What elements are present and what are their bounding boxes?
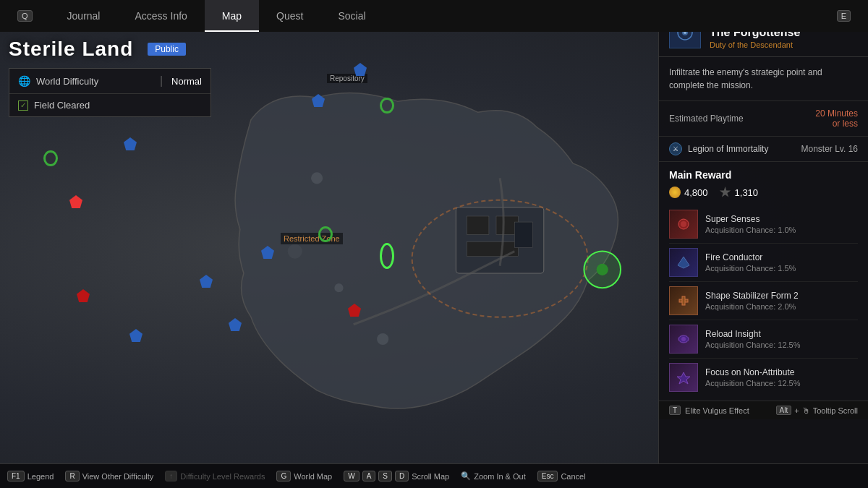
svg-point-17 [681,221,686,227]
reward-item-1[interactable]: Fire Conductor Acquisition Chance: 1.5% [669,244,858,282]
zoom-icon: 🔍 [461,471,471,481]
zoom-hint: 🔍 Zoom In & Out [461,471,526,481]
field-cleared-label: Field Cleared [34,100,202,111]
cancel-hint[interactable]: Esc Cancel [537,471,586,481]
svg-point-6 [311,172,323,184]
r-key: R [65,471,79,481]
faction-info: ⚔ Legion of Immortality [669,142,768,155]
marker-9[interactable] [199,274,213,288]
marker-7[interactable] [318,227,333,241]
filter-panel: 🌐 World Difficulty | Normal ✓ Field Clea… [9,68,211,117]
svg-rect-1 [467,216,489,234]
g-key: G [276,471,291,481]
journal-label: Journal [67,10,101,22]
reward-item-chance-3: Acquisition Chance: 12.5% [705,341,800,349]
view-difficulty-label: View Other Difficulty [82,472,154,481]
reward-item-name-2: Shape Stabilizer Form 2 [705,291,799,301]
marker-3[interactable] [380,98,394,113]
svg-point-22 [681,337,686,341]
nav-journal[interactable]: Journal [50,0,118,32]
scroll-map-hint: W A S D Scroll Map [344,471,449,481]
svg-marker-18 [678,257,689,268]
reward-currency-row: 4,800 1,310 [669,187,858,198]
esc-key: Esc [537,471,558,481]
nav-map[interactable]: Map [205,0,259,32]
world-difficulty-label: World Difficulty [36,76,151,87]
nav-q-key[interactable]: Q [0,0,50,32]
playtime-value: 20 Minutesor less [815,108,858,129]
marker-11[interactable] [347,303,362,317]
faction-row: ⚔ Legion of Immortality Monster Lv. 16 [659,137,868,162]
svg-point-7 [334,283,343,292]
difficulty-rewards-label: Difficulty Level Rewards [180,472,265,481]
nav-quest[interactable]: Quest [259,0,320,32]
a-key: A [362,471,376,481]
gear-amount: 1,310 [735,187,759,198]
field-cleared-checkbox[interactable]: ✓ [18,100,28,111]
mission-description: Infiltrate the enemy's strategic point a… [659,57,868,101]
tooltip-scroll-label: Tooltip Scroll [813,406,858,415]
filter-divider: | [160,74,163,87]
view-difficulty-hint[interactable]: R View Other Difficulty [65,471,153,481]
reward-item-2[interactable]: Shape Stabilizer Form 2 Acquisition Chan… [669,282,858,320]
reward-item-chance-2: Acquisition Chance: 2.0% [705,302,799,311]
reward-item-icon-1 [669,248,698,277]
marker-1[interactable] [353,62,367,77]
marker-5[interactable] [43,151,58,166]
marker-8[interactable] [260,245,275,260]
zoom-label: Zoom In & Out [474,472,526,481]
globe-icon: 🌐 [18,75,30,87]
scroll-icon: 🖱 [802,406,810,415]
reward-item-details-3: Reload Insight Acquisition Chance: 12.5% [705,329,800,349]
reward-item-details-0: Super Senses Acquisition Chance: 1.0% [705,214,796,234]
cancel-label: Cancel [561,472,585,481]
scroll-map-label: Scroll Map [412,472,449,481]
reward-item-name-0: Super Senses [705,214,796,224]
playtime-label: Estimated Playtime [669,114,744,124]
nav-access-info[interactable]: Access Info [117,0,204,32]
reward-item-icon-2 [669,286,698,315]
legend-label: Legend [27,472,54,481]
reward-item-details-1: Fire Conductor Acquisition Chance: 1.5% [705,252,796,273]
faction-name: Legion of Immortality [688,144,768,154]
w-key: W [344,471,359,481]
bottom-bar: F1 Legend R View Other Difficulty ↑ Diff… [0,463,868,488]
info-panel: Calling of the Descendant The Forgottens… [658,6,868,488]
marker-2[interactable] [311,93,326,108]
top-navigation: Q Journal Access Info Map Quest Social E [0,0,868,32]
gear-icon [720,187,731,198]
mission-subtitle: Duty of the Descendant [710,40,858,49]
monster-level: Monster Lv. 16 [801,144,858,154]
marker-12[interactable] [228,317,242,332]
svg-rect-20 [682,296,685,305]
marker-13[interactable] [129,328,143,343]
plus-sign: + [794,406,799,415]
world-map-hint[interactable]: G World Map [276,471,332,481]
reward-item-0[interactable]: Super Senses Acquisition Chance: 1.0% [669,205,858,244]
nav-e-key[interactable]: E [820,0,868,32]
active-marker[interactable] [380,249,394,263]
up-key: ↑ [165,471,177,481]
f1-key: F1 [7,471,25,481]
reward-item-4[interactable]: Focus on Non-Attribute Acquisition Chanc… [669,359,858,396]
svg-marker-23 [677,372,690,384]
marker-4[interactable] [123,137,137,151]
map-title: Sterile Land [9,38,133,61]
reward-item-icon-0 [669,210,698,239]
world-difficulty-row[interactable]: 🌐 World Difficulty | Normal [9,69,210,94]
tooltip-scroll-hint: Alt + 🖱 Tooltip Scroll [776,406,858,415]
reward-item-3[interactable]: Reload Insight Acquisition Chance: 12.5% [669,320,858,359]
world-difficulty-value: Normal [171,76,202,87]
field-cleared-row[interactable]: ✓ Field Cleared [9,94,210,116]
gold-currency: 4,800 [669,187,708,198]
reward-item-name-1: Fire Conductor [705,252,796,262]
reward-item-details-4: Focus on Non-Attribute Acquisition Chanc… [705,367,800,388]
nav-social[interactable]: Social [320,0,383,32]
reward-item-chance-4: Acquisition Chance: 12.5% [705,379,800,388]
public-badge: Public [148,43,186,56]
svg-point-8 [288,244,302,258]
gold-icon [669,187,681,198]
elite-vulgus-label: Elite Vulgus Effect [685,406,749,415]
marker-6[interactable] [69,194,83,209]
marker-10[interactable] [76,288,90,303]
